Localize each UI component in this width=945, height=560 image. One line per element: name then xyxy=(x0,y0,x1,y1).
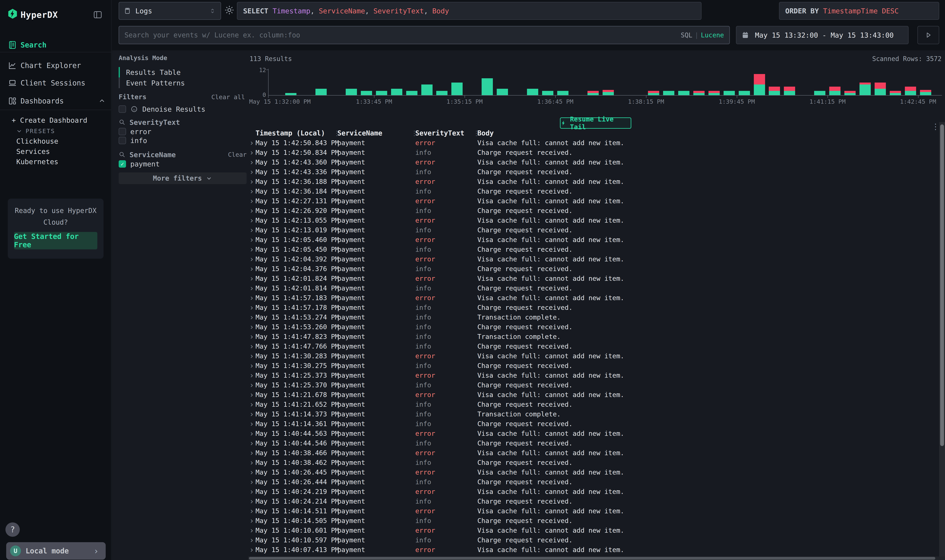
sidebar-item-chart-explorer[interactable]: Chart Explorer xyxy=(0,57,111,74)
row-expander-icon[interactable]: › xyxy=(249,526,254,535)
row-expander-icon[interactable]: › xyxy=(249,168,254,176)
column-header-timestamp[interactable]: Timestamp (Local) xyxy=(256,129,325,137)
table-row[interactable]: ›May 15 1:42:01.824 PMpaymenterrorVisa c… xyxy=(248,274,939,283)
table-row[interactable]: ›May 15 1:41:25.370 PMpaymentinfoCharge … xyxy=(248,380,939,390)
table-row[interactable]: ›May 15 1:41:21.678 PMpaymenterrorVisa c… xyxy=(248,390,939,400)
table-row[interactable]: ›May 15 1:42:04.392 PMpaymenterrorVisa c… xyxy=(248,254,939,264)
histogram-bar-green[interactable] xyxy=(890,93,901,95)
horizontal-scrollbar-thumb[interactable] xyxy=(249,557,935,560)
row-expander-icon[interactable]: › xyxy=(249,284,254,292)
histogram-bar-green[interactable] xyxy=(754,85,765,95)
histogram-bar-red[interactable] xyxy=(603,90,614,92)
row-expander-icon[interactable]: › xyxy=(249,197,254,205)
histogram-bar-green[interactable] xyxy=(316,89,327,95)
sidebar-item-dashboards[interactable]: Dashboards xyxy=(0,92,111,110)
row-expander-icon[interactable]: › xyxy=(249,535,254,545)
sidebar-preset-kubernetes[interactable]: Kubernetes xyxy=(0,157,111,167)
histogram-bar-green[interactable] xyxy=(648,93,659,95)
table-row[interactable]: ›May 15 1:41:21.652 PMpaymentinfoCharge … xyxy=(248,400,939,409)
histogram-bar-green[interactable] xyxy=(784,91,795,95)
histogram-bar-green[interactable] xyxy=(739,91,750,95)
sidebar-preset-clickhouse[interactable]: Clickhouse xyxy=(0,136,111,146)
table-row[interactable]: ›May 15 1:40:38.462 PMpaymentinfoCharge … xyxy=(248,458,939,468)
row-expander-icon[interactable]: › xyxy=(249,458,254,467)
row-expander-icon[interactable]: › xyxy=(249,419,254,428)
table-row[interactable]: ›May 15 1:42:36.188 PMpaymenterrorVisa c… xyxy=(248,177,939,186)
table-row[interactable]: ›May 15 1:41:30.283 PMpaymenterrorVisa c… xyxy=(248,351,939,361)
table-row[interactable]: ›May 15 1:41:53.274 PMpaymentinfoTransac… xyxy=(248,312,939,322)
lucene-search-input[interactable]: Search your events w/ Lucene ex. column:… xyxy=(119,26,730,44)
histogram-bar-red[interactable] xyxy=(905,87,916,91)
table-row[interactable]: ›May 15 1:41:53.260 PMpaymentinfoCharge … xyxy=(248,322,939,332)
table-row[interactable]: ›May 15 1:41:25.373 PMpaymenterrorVisa c… xyxy=(248,371,939,380)
table-row[interactable]: ›May 15 1:40:44.546 PMpaymentinfoCharge … xyxy=(248,438,939,448)
table-row[interactable]: ›May 15 1:40:38.466 PMpaymenterrorVisa c… xyxy=(248,448,939,458)
histogram-bar-green[interactable] xyxy=(527,89,538,95)
row-expander-icon[interactable]: › xyxy=(249,468,254,477)
row-expander-icon[interactable]: › xyxy=(249,148,254,157)
column-header-body[interactable]: Body xyxy=(477,129,493,137)
run-query-button[interactable] xyxy=(917,26,939,44)
sidebar-preset-services[interactable]: Services xyxy=(0,146,111,157)
histogram-bar-green[interactable] xyxy=(769,91,780,95)
histogram-bar-red[interactable] xyxy=(860,83,871,85)
error-checkbox[interactable] xyxy=(119,128,126,135)
histogram-bar-green[interactable] xyxy=(346,89,357,95)
denoise-checkbox[interactable] xyxy=(119,105,126,113)
table-row[interactable]: ›May 15 1:42:36.184 PMpaymentinfoCharge … xyxy=(248,186,939,196)
histogram-bar-green[interactable] xyxy=(814,91,825,95)
row-expander-icon[interactable]: › xyxy=(249,361,254,370)
row-expander-icon[interactable]: › xyxy=(249,439,254,448)
table-row[interactable]: ›May 15 1:42:05.460 PMpaymenterrorVisa c… xyxy=(248,235,939,245)
table-row[interactable]: ›May 15 1:40:14.505 PMpaymentinfoCharge … xyxy=(248,516,939,526)
row-expander-icon[interactable]: › xyxy=(249,313,254,322)
table-row[interactable]: ›May 15 1:42:26.920 PMpaymentinfoCharge … xyxy=(248,206,939,215)
row-expander-icon[interactable]: › xyxy=(249,448,254,457)
table-options-kebab-icon[interactable]: ⋮ xyxy=(931,122,940,134)
row-expander-icon[interactable]: › xyxy=(249,322,254,331)
histogram-bar-red[interactable] xyxy=(769,87,780,91)
histogram-bar-green[interactable] xyxy=(844,93,856,95)
table-row[interactable]: ›May 15 1:40:24.214 PMpaymentinfoCharge … xyxy=(248,497,939,506)
table-row[interactable]: ›May 15 1:40:26.445 PMpaymenterrorVisa c… xyxy=(248,468,939,477)
row-expander-icon[interactable]: › xyxy=(249,381,254,389)
row-expander-icon[interactable]: › xyxy=(249,293,254,302)
histogram-bar-green[interactable] xyxy=(905,91,916,95)
table-row[interactable]: ›May 15 1:42:43.336 PMpaymentinfoCharge … xyxy=(248,167,939,177)
create-dashboard-button[interactable]: + Create Dashboard xyxy=(12,115,109,125)
row-expander-icon[interactable]: › xyxy=(249,390,254,399)
histogram-bar-red[interactable] xyxy=(875,83,886,89)
table-row[interactable]: ›May 15 1:40:10.597 PMpaymentinfoCharge … xyxy=(248,535,939,545)
table-row[interactable]: ›May 15 1:40:14.511 PMpaymenterrorVisa c… xyxy=(248,506,939,516)
filter-group-clear-link[interactable]: Clear xyxy=(228,151,247,158)
row-expander-icon[interactable]: › xyxy=(249,429,254,438)
histogram-bar-red[interactable] xyxy=(784,87,795,91)
source-select[interactable]: Logs xyxy=(119,2,221,20)
histogram-bar-green[interactable] xyxy=(421,85,433,95)
row-expander-icon[interactable]: › xyxy=(249,497,254,506)
row-expander-icon[interactable]: › xyxy=(249,303,254,312)
table-row[interactable]: ›May 15 1:40:10.601 PMpaymenterrorVisa c… xyxy=(248,526,939,535)
mode-toggle-lucene[interactable]: Lucene xyxy=(701,31,724,39)
table-row[interactable]: ›May 15 1:42:01.814 PMpaymentinfoCharge … xyxy=(248,283,939,293)
row-expander-icon[interactable]: › xyxy=(249,158,254,167)
table-row[interactable]: ›May 15 1:40:44.563 PMpaymenterrorVisa c… xyxy=(248,429,939,438)
local-mode-button[interactable]: U Local mode › xyxy=(6,542,106,560)
histogram-bar-green[interactable] xyxy=(361,91,372,95)
table-row[interactable]: ›May 15 1:40:24.219 PMpaymenterrorVisa c… xyxy=(248,487,939,497)
histogram-bar-green[interactable] xyxy=(587,93,599,95)
more-filters-button[interactable]: More filters xyxy=(119,172,247,184)
histogram-bar-green[interactable] xyxy=(391,89,402,95)
histogram-bar-red[interactable] xyxy=(693,91,705,93)
help-button[interactable]: ? xyxy=(5,522,20,537)
histogram-bar-green[interactable] xyxy=(875,89,886,95)
histogram-bar-green[interactable] xyxy=(376,91,387,95)
row-expander-icon[interactable]: › xyxy=(249,264,254,273)
gear-icon[interactable] xyxy=(224,5,235,15)
table-row[interactable]: ›May 15 1:40:07.413 PMpaymenterrorVisa c… xyxy=(248,545,939,555)
table-row[interactable]: ›May 15 1:41:14.361 PMpaymentinfoCharge … xyxy=(248,419,939,429)
histogram-bar-red[interactable] xyxy=(648,91,659,93)
column-header-servicename[interactable]: ServiceName xyxy=(338,129,382,137)
histogram-bar-green[interactable] xyxy=(860,85,871,95)
row-expander-icon[interactable]: › xyxy=(249,516,254,525)
